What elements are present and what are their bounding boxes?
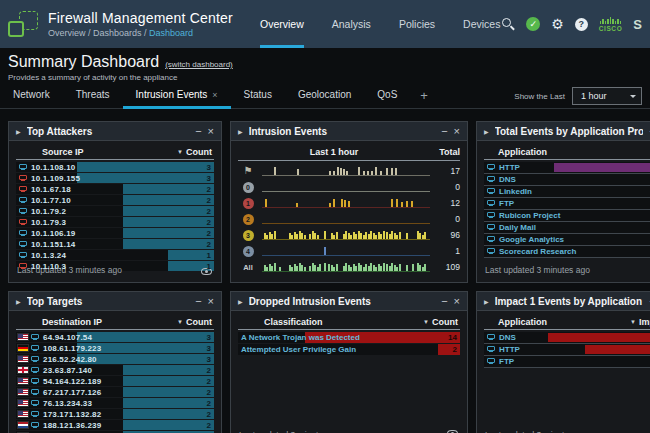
intrusion-row[interactable]: All109 xyxy=(238,259,460,275)
tab-intrusion-events[interactable]: Intrusion Events× xyxy=(123,89,231,109)
intrusion-row[interactable]: 20 xyxy=(238,211,460,227)
table-row[interactable]: 10.1.3.241 xyxy=(16,250,214,260)
event-mark xyxy=(279,267,281,271)
impact-level-cell: 0 xyxy=(238,182,258,193)
table-row[interactable]: FTP xyxy=(484,198,650,210)
minimize-icon[interactable]: − xyxy=(441,296,447,307)
intrusion-row[interactable]: 41 xyxy=(238,243,460,259)
add-tab-button[interactable]: + xyxy=(410,88,438,108)
column-header-impact1-count[interactable]: ▼Impact 1 Count xyxy=(630,317,650,327)
breadcrumb-prefix[interactable]: Overview / Dashboards / xyxy=(48,28,149,38)
intrusion-row[interactable]: 112 xyxy=(238,195,460,211)
intrusion-row[interactable]: 00 xyxy=(238,179,460,195)
table-row[interactable]: 10.1.109.1553 xyxy=(16,173,214,183)
application-icon xyxy=(487,212,495,217)
table-row[interactable]: 76.13.234.332 xyxy=(16,398,214,408)
nav-item-policies[interactable]: Policies xyxy=(399,0,435,48)
application-label: HTTP xyxy=(499,163,520,172)
event-mark xyxy=(336,232,338,239)
tab-network[interactable]: Network xyxy=(0,89,63,109)
column-header-application[interactable]: Application xyxy=(498,147,547,157)
search-icon[interactable] xyxy=(502,18,515,31)
table-row[interactable]: 10.1.106.192 xyxy=(16,228,214,238)
table-row[interactable]: 23.63.87.1402 xyxy=(16,365,214,375)
table-row[interactable]: DNS xyxy=(484,332,650,344)
header-actions: ✓ ⚙ ? CISCO S xyxy=(502,0,642,48)
table-row[interactable]: HTTP xyxy=(484,344,650,356)
health-status-icon[interactable]: ✓ xyxy=(526,17,540,31)
table-row[interactable]: 67.217.177.1262 xyxy=(16,387,214,397)
table-row[interactable]: 54.164.122.1892 xyxy=(16,376,214,386)
expand-icon[interactable]: ▶ xyxy=(16,298,21,305)
column-header-source-ip[interactable]: Source IP xyxy=(42,147,84,157)
dashboard-grid: ▶ Top Attackers − × Source IP ▼Count 10.… xyxy=(0,109,650,433)
column-header-destination-ip[interactable]: Destination IP xyxy=(42,317,102,327)
expand-icon[interactable]: ▶ xyxy=(484,128,489,135)
table-row[interactable]: HTTP xyxy=(484,162,650,174)
count-value: 2 xyxy=(207,229,211,238)
nav-item-devices[interactable]: Devices xyxy=(463,0,500,48)
table-row[interactable]: 64.94.107.543 xyxy=(16,332,214,342)
intrusion-row[interactable]: ⚑17 xyxy=(238,163,460,179)
expand-icon[interactable]: ▶ xyxy=(484,298,489,305)
close-icon[interactable]: × xyxy=(454,296,460,307)
table-row[interactable]: FTP xyxy=(484,356,650,368)
table-row[interactable]: Google Analytics xyxy=(484,234,650,246)
minimize-icon[interactable]: − xyxy=(195,126,201,137)
tab-status[interactable]: Status xyxy=(231,89,285,109)
close-icon[interactable]: × xyxy=(454,126,460,137)
close-icon[interactable]: × xyxy=(208,296,214,307)
application-icon xyxy=(487,334,495,339)
table-row[interactable]: DNS xyxy=(484,174,650,186)
table-row[interactable]: 10.1.108.103 xyxy=(16,162,214,172)
breadcrumb-current[interactable]: Dashboard xyxy=(149,28,193,38)
application-icon xyxy=(487,236,495,241)
table-row[interactable]: Daily Mail xyxy=(484,222,650,234)
page-subtitle: Provides a summary of activity on the ap… xyxy=(8,73,642,82)
host-icon xyxy=(31,356,39,361)
table-row[interactable]: Scorecard Research xyxy=(484,246,650,258)
close-icon[interactable]: × xyxy=(208,126,214,137)
table-row[interactable]: 173.171.132.822 xyxy=(16,409,214,419)
expand-icon[interactable]: ▶ xyxy=(238,298,243,305)
table-row[interactable]: A Network Trojan was Detected14 xyxy=(238,332,460,343)
table-row[interactable]: 10.1.79.22 xyxy=(16,206,214,216)
column-header-count[interactable]: ▼Count xyxy=(423,317,458,327)
column-header-count[interactable]: ▼Count xyxy=(177,317,212,327)
event-mark xyxy=(329,203,331,207)
nav-item-overview[interactable]: Overview xyxy=(260,0,304,48)
minimize-icon[interactable]: − xyxy=(441,126,447,137)
column-header-classification[interactable]: Classification xyxy=(264,317,323,327)
gear-icon[interactable]: ⚙ xyxy=(551,17,564,31)
nav-item-analysis[interactable]: Analysis xyxy=(332,0,371,48)
application-label: FTP xyxy=(499,199,514,208)
table-row[interactable]: LinkedIn xyxy=(484,186,650,198)
table-row[interactable]: Rubicon Project xyxy=(484,210,650,222)
count-bar xyxy=(548,333,650,342)
expand-icon[interactable]: ▶ xyxy=(238,128,243,135)
tab-threats[interactable]: Threats xyxy=(63,89,123,109)
table-row[interactable]: Attempted User Privilege Gain2 xyxy=(238,344,460,355)
tab-label: Status xyxy=(244,89,272,100)
table-row[interactable]: 188.121.36.2392 xyxy=(16,420,214,430)
tab-close-icon[interactable]: × xyxy=(212,90,217,100)
column-header-count[interactable]: ▼Count xyxy=(177,147,212,157)
tab-geolocation[interactable]: Geolocation xyxy=(285,89,364,109)
table-row[interactable]: 216.52.242.803 xyxy=(16,354,214,364)
help-icon[interactable]: ? xyxy=(575,18,588,31)
table-row[interactable]: 10.1.77.102 xyxy=(16,195,214,205)
switch-dashboard-link[interactable]: (switch dashboard) xyxy=(165,60,233,69)
time-range-select[interactable]: 1 hour xyxy=(572,87,642,105)
table-row[interactable]: 108.61.179.2233 xyxy=(16,343,214,353)
expand-icon[interactable]: ▶ xyxy=(16,128,21,135)
table-row[interactable]: 10.1.79.32 xyxy=(16,217,214,227)
tab-qos[interactable]: QoS xyxy=(364,89,410,109)
minimize-icon[interactable]: − xyxy=(195,296,201,307)
table-row[interactable]: 10.1.151.142 xyxy=(16,239,214,249)
ip-address: 10.1.108.10 xyxy=(31,163,75,172)
column-header-application[interactable]: Application xyxy=(498,317,547,327)
table-row[interactable]: 10.1.67.182 xyxy=(16,184,214,194)
panel-impact1-events-by-app: ▶ Impact 1 Events by Application Protoco… xyxy=(476,291,650,433)
intrusion-row[interactable]: 396 xyxy=(238,227,460,243)
application-icon xyxy=(487,358,495,363)
